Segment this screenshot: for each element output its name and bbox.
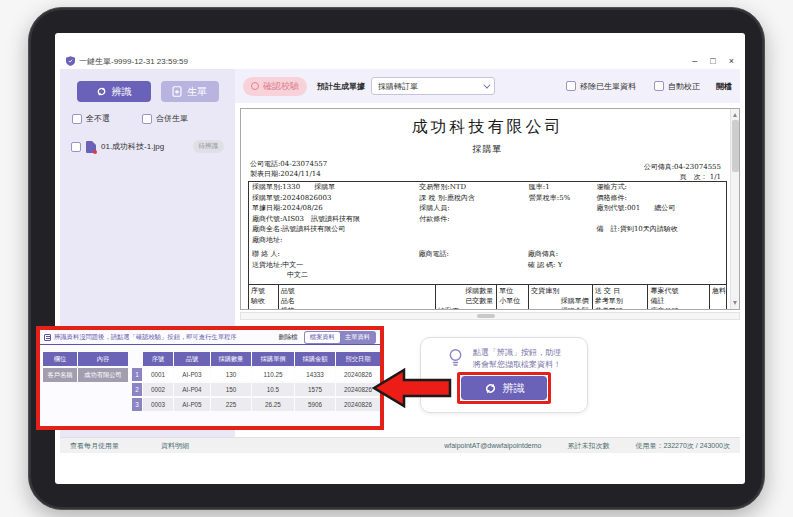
doc-type-value: 採購轉訂單 bbox=[378, 81, 418, 92]
invoice-contact-cell: 廠商電話: bbox=[419, 249, 528, 260]
index-col-header bbox=[132, 352, 142, 366]
invoice-detail-header-line: 採購數量 bbox=[438, 286, 497, 296]
detail-cell: AI-P03 bbox=[174, 368, 210, 381]
tip-recognize-button[interactable]: 辨識 bbox=[461, 376, 547, 400]
detail-cell: 130 bbox=[211, 368, 251, 381]
auto-correct-label: 自動校正 bbox=[668, 81, 700, 92]
scrollbar-thumb[interactable] bbox=[732, 120, 739, 172]
invoice-detail-column: 交貨庫別採購單價採購金額 bbox=[529, 285, 593, 310]
invoice-info-cell: 廠商全名:訊號讀科技有限公司 bbox=[252, 224, 419, 235]
invoice-detail-header-line: 驗收 bbox=[251, 296, 278, 306]
invoice-doc-title: 採購單 bbox=[244, 143, 731, 156]
invoice-detail-column: 專案代號備註廠商品號 bbox=[648, 285, 710, 310]
maximize-button[interactable]: □ bbox=[710, 57, 715, 66]
invoice-info-cell: 價格條件: bbox=[597, 193, 726, 204]
invoice-preview-pane: 成功科技有限公司 採購單 公司電話:04-23074557 製表日期:2024/… bbox=[240, 108, 740, 310]
preview-horizontal-scrollbar[interactable] bbox=[240, 312, 740, 320]
detail-cell: 14333 bbox=[295, 368, 335, 381]
invoice-info-cell: 運輸方式: bbox=[597, 182, 726, 193]
invoice-info-cell: 採購單別:1330 採購單 bbox=[252, 182, 419, 193]
detail-cell: 225 bbox=[211, 398, 251, 411]
invoice-contact-cell bbox=[528, 270, 726, 281]
scroll-up-icon[interactable] bbox=[733, 113, 737, 117]
confirm-check-button[interactable]: 確認校驗 bbox=[243, 77, 307, 96]
invoice-detail-column: 急料 bbox=[710, 285, 726, 310]
highlight-border: 辨識 bbox=[457, 372, 551, 404]
doc-type-label: 預計生成單據 bbox=[317, 81, 365, 92]
panel-toolbar: 辨識資料沒問題後，請點選「確認校驗」按鈕，即可進行生單程序 刪除檔 檔案資料主單… bbox=[40, 330, 380, 345]
detail-col-header: 採購數量 bbox=[211, 352, 251, 366]
scroll-down-icon[interactable] bbox=[733, 301, 737, 305]
recognize-button[interactable]: 辨識 bbox=[77, 81, 151, 102]
invoice-detail-header-line: 廠商品號 bbox=[650, 306, 709, 310]
invoice-detail-column: 送 交 日參考單別參考單號 bbox=[593, 285, 649, 310]
detail-cell: 150 bbox=[211, 383, 251, 396]
generate-button[interactable]: 生單 bbox=[161, 81, 219, 102]
invoice-contact-cell: 送貨地址:中文一 bbox=[252, 260, 419, 271]
invoice-contact-row: 送貨地址:中文一確 認 碼: Y bbox=[249, 260, 726, 271]
app-shield-icon bbox=[66, 56, 75, 66]
refresh-icon bbox=[96, 86, 107, 97]
panel-tab-1[interactable]: 檔案資料 bbox=[305, 332, 340, 343]
invoice-info-cell: 廠商代號:AIS03 訊號讀科技有限 bbox=[252, 214, 419, 225]
invoice-info-cell: 採購單號:20240826003 bbox=[252, 193, 419, 204]
hscrollbar-thumb[interactable] bbox=[477, 314, 495, 318]
invoice-info-cell bbox=[529, 224, 597, 235]
minimize-button[interactable]: – bbox=[692, 57, 697, 66]
auto-correct-checkbox[interactable] bbox=[654, 81, 664, 91]
file-list-item[interactable]: 01.成功科技-1.jpg待辨識 bbox=[66, 136, 229, 157]
invoice-detail-header-line: 品名 bbox=[281, 296, 435, 306]
invoice-detail-header-line: 結案否 bbox=[438, 306, 497, 310]
invoice-info-row: 採購單號:20240826003課 稅 別:應稅內含營業稅率:5%價格條件: bbox=[249, 193, 726, 204]
detail-cell: 26.25 bbox=[252, 398, 294, 411]
file-checkbox[interactable] bbox=[71, 142, 81, 152]
doc-type-select[interactable]: 採購轉訂單 bbox=[371, 77, 495, 95]
toolbar: 確認校驗 預計生成單據 採購轉訂單 移除已生單資料 自動校正 開檔 bbox=[235, 69, 740, 103]
invoice-info-cell: 採購人員: bbox=[419, 203, 529, 214]
generate-label: 生單 bbox=[187, 85, 207, 99]
delete-file-button[interactable]: 刪除檔 bbox=[279, 333, 298, 342]
monthly-usage-link[interactable]: 查看每月使用量 bbox=[70, 441, 119, 451]
invoice-info-cell: 付款條件: bbox=[419, 214, 529, 225]
annotation-arrow bbox=[370, 366, 454, 410]
tip-recognize-label: 辨識 bbox=[503, 381, 525, 396]
invoice-contact-cell: 中文二 bbox=[252, 270, 419, 281]
detail-cell: 10.5 bbox=[252, 383, 294, 396]
open-file-button[interactable]: 開檔 bbox=[716, 81, 732, 92]
close-button[interactable]: × bbox=[729, 57, 734, 66]
select-none-checkbox[interactable] bbox=[72, 114, 82, 124]
merge-checkbox[interactable] bbox=[142, 114, 152, 124]
invoice-info-cell bbox=[419, 224, 529, 235]
invoice-detail-header-line: 參考單號 bbox=[595, 306, 648, 310]
invoice-info-cell: 交易幣別:NTD bbox=[419, 182, 529, 193]
panel-tabs: 檔案資料主單資料 bbox=[304, 331, 376, 344]
remove-generated-checkbox[interactable] bbox=[566, 81, 576, 91]
detail-cell: 0001 bbox=[143, 368, 173, 381]
detail-table-row: 10001AI-P03130110.251433320240826 bbox=[132, 368, 381, 381]
invoice-detail-header-line: 採購單價 bbox=[531, 296, 592, 306]
invoice-info-cell bbox=[529, 214, 597, 225]
select-none-label: 全不選 bbox=[86, 113, 110, 124]
file-list: 01.成功科技-1.jpg待辨識 bbox=[60, 136, 235, 157]
invoice-info-cell bbox=[529, 235, 597, 246]
circle-icon bbox=[251, 82, 259, 90]
invoice-fax: 公司傳真:04-23074555 bbox=[644, 162, 721, 172]
detail-table-row: 20002AI-P0415010.5157520240826 bbox=[132, 383, 381, 396]
recognize-label: 辨識 bbox=[112, 85, 132, 99]
invoice-info-cell bbox=[597, 235, 726, 246]
invoice-detail-header-line: 送 交 日 bbox=[595, 286, 648, 296]
invoice-info-cell bbox=[419, 235, 529, 246]
invoice-info-cell: 單據日期:2024/08/26 bbox=[252, 203, 419, 214]
preview-vertical-scrollbar[interactable] bbox=[730, 109, 739, 309]
invoice-company: 成功科技有限公司 bbox=[244, 117, 731, 138]
window-titlebar: 一鍵生單-9999-12-31 23:59:59 – □ × bbox=[60, 53, 740, 69]
panel-tab-2[interactable]: 主單資料 bbox=[340, 332, 375, 343]
detail-cell: 5906 bbox=[295, 398, 335, 411]
invoice-document: 成功科技有限公司 採購單 公司電話:04-23074557 製表日期:2024/… bbox=[244, 109, 731, 309]
invoice-detail-header-line: 單位 bbox=[499, 286, 528, 296]
data-detail-link[interactable]: 資料明細 bbox=[161, 441, 189, 451]
invoice-info-row: 單據日期:2024/08/26採購人員:廠別代號:001 總公司 bbox=[249, 203, 726, 214]
refresh-icon bbox=[484, 382, 497, 395]
merge-label: 合併生單 bbox=[156, 113, 188, 124]
detail-col-header: 採購金額 bbox=[295, 352, 335, 366]
